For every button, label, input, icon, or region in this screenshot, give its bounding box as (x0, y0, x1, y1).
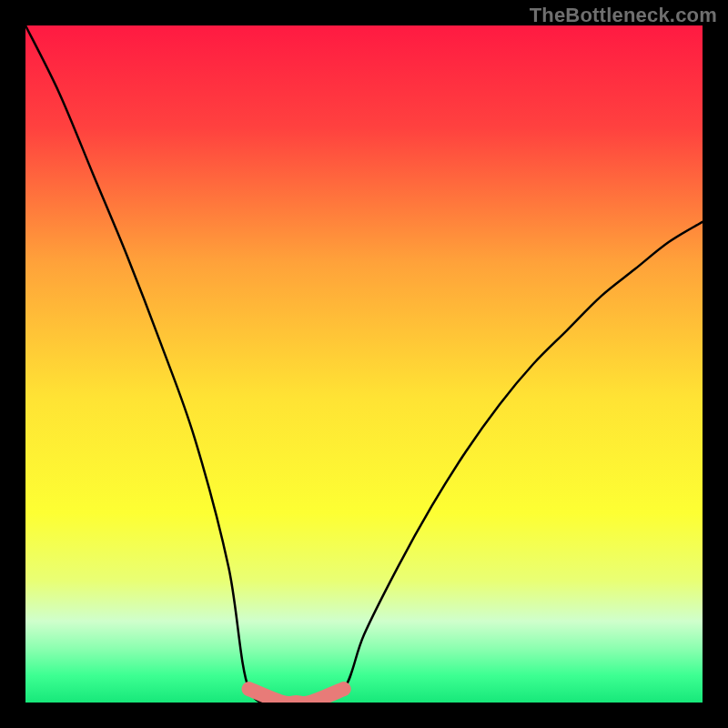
optimal-range-highlight (249, 689, 344, 703)
plot-area (25, 25, 703, 703)
bottleneck-curve (25, 25, 703, 703)
chart-frame: TheBottleneck.com (0, 0, 728, 728)
watermark-label: TheBottleneck.com (530, 4, 717, 27)
chart-svg (25, 25, 703, 703)
